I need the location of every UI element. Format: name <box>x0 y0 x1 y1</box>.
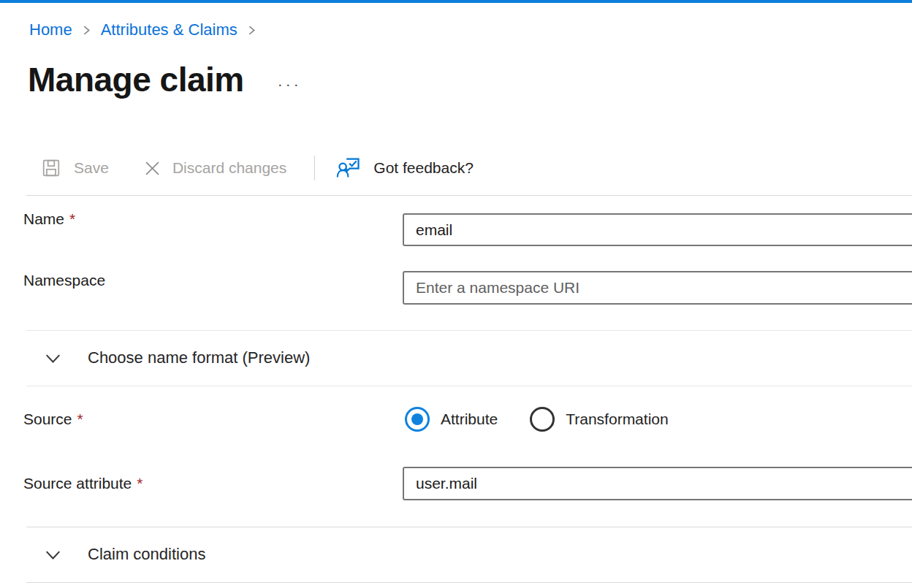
command-toolbar: Save Discard changes Got feedb <box>29 150 474 186</box>
floppy-disk-icon <box>41 158 61 178</box>
chevron-down-icon <box>44 349 62 367</box>
title-row: Manage claim ··· <box>28 60 302 99</box>
discard-changes-button[interactable]: Discard changes <box>142 159 286 178</box>
name-input[interactable] <box>403 213 912 246</box>
section-label: Choose name format (Preview) <box>88 348 310 367</box>
top-accent-bar <box>0 0 912 3</box>
section-choose-name-format[interactable]: Choose name format (Preview) <box>26 337 912 378</box>
source-label-text: Source <box>23 411 72 427</box>
source-attribute-label-text: Source attribute <box>23 475 132 492</box>
breadcrumb-link-attributes-claims[interactable]: Attributes & Claims <box>101 20 238 39</box>
section-claim-conditions[interactable]: Claim conditions <box>26 534 912 575</box>
source-attribute-input[interactable] <box>403 467 912 500</box>
got-feedback-button[interactable]: Got feedback? <box>335 155 474 181</box>
required-marker: * <box>69 210 75 227</box>
name-label-text: Name <box>23 210 64 227</box>
namespace-input[interactable] <box>403 271 912 305</box>
source-radio-group: Attribute Transformation <box>405 407 669 432</box>
radio-label: Transformation <box>566 411 668 428</box>
radio-option-attribute[interactable]: Attribute <box>405 407 498 432</box>
required-marker: * <box>137 475 142 492</box>
name-field-label: Name* <box>23 210 75 228</box>
ellipsis-menu-icon[interactable]: ··· <box>278 76 302 91</box>
got-feedback-label: Got feedback? <box>373 159 474 177</box>
chevron-right-icon <box>80 24 93 37</box>
chevron-down-icon <box>44 546 62 564</box>
chevron-right-icon <box>246 24 258 37</box>
radio-unselected-icon <box>530 407 555 432</box>
toolbar-divider <box>26 195 912 196</box>
radio-label: Attribute <box>441 411 498 428</box>
section-divider <box>26 527 912 527</box>
breadcrumb-link-home[interactable]: Home <box>29 20 72 39</box>
section-label: Claim conditions <box>88 545 205 564</box>
page-title: Manage claim <box>28 60 244 99</box>
section-divider <box>26 582 912 583</box>
save-button[interactable]: Save <box>41 158 109 178</box>
required-marker: * <box>77 411 83 427</box>
namespace-field-label: Namespace <box>23 272 105 289</box>
radio-option-transformation[interactable]: Transformation <box>530 407 668 432</box>
discard-changes-label: Discard changes <box>172 159 286 177</box>
breadcrumb: Home Attributes & Claims <box>29 20 258 39</box>
namespace-label-text: Namespace <box>23 272 105 289</box>
section-divider <box>26 330 912 331</box>
x-cross-icon <box>142 159 162 178</box>
manage-claim-page: Home Attributes & Claims Manage claim ··… <box>0 0 912 588</box>
save-button-label: Save <box>74 159 109 177</box>
radio-selected-icon <box>405 407 430 432</box>
section-divider <box>26 386 912 386</box>
toolbar-separator <box>314 156 315 180</box>
source-field-label: Source* <box>23 411 83 428</box>
source-attribute-field-label: Source attribute* <box>23 475 142 492</box>
person-speech-bubble-check-icon <box>335 155 362 181</box>
